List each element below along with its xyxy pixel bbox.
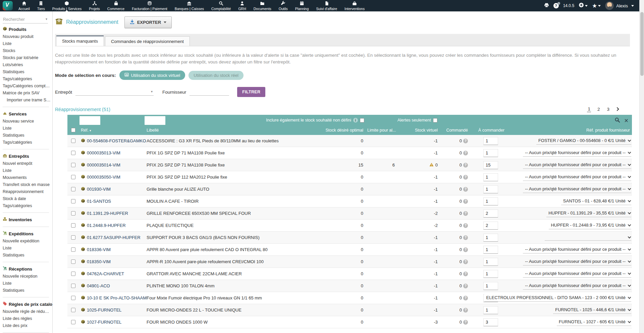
row-checkbox[interactable] — [71, 296, 75, 300]
sidebar-section-title[interactable]: Services — [3, 110, 52, 118]
supplier-ref-select[interactable]: -- Aucun prix/qté fournisseur défini pou… — [523, 149, 631, 157]
scrollbar-thumb[interactable] — [640, 12, 644, 76]
sidebar-item[interactable]: Liste — [3, 125, 52, 132]
info-icon[interactable]: i — [353, 118, 358, 123]
sidebar-item[interactable]: Matrice de prix SAV — [3, 90, 52, 97]
sidebar-item[interactable]: Statistiques — [3, 252, 52, 259]
search-icon[interactable] — [614, 117, 620, 124]
supplier-ref-select[interactable]: -- Aucun prix/qté fournisseur défini pou… — [523, 258, 631, 266]
product-ref-link[interactable]: 018350-VIM — [81, 259, 111, 265]
tab-stocks-manquants[interactable]: Stocks manquants — [56, 36, 104, 46]
product-ref-link[interactable]: 0000035014-VIM — [81, 162, 120, 168]
supplier-ref-select[interactable]: -- Aucun prix/qté fournisseur défini pou… — [523, 185, 631, 193]
sidebar-section-title[interactable]: Réceptions — [3, 265, 52, 273]
supplier-ref-select[interactable]: FURNOTEL - 1027 - 605 €/1 Unité — [557, 318, 631, 326]
supplier-ref-select[interactable]: HUPFER - 01.2448.9 - 73,95 €/1 Unité — [549, 222, 631, 229]
nav-item-3[interactable]: Projets — [85, 0, 104, 11]
to-order-input[interactable] — [483, 161, 498, 169]
sidebar-item[interactable]: Liste — [3, 167, 52, 174]
sidebar-item[interactable]: Stocks — [3, 47, 52, 54]
supplier-ref-select[interactable]: FURNOTEL - 1025 - 446,6 €/1 Unité — [553, 306, 631, 314]
nav-item-12[interactable]: Suivi d'affaire — [313, 0, 341, 11]
product-ref-link[interactable]: 10-10 E SK Pro-ALTO-SHAAM — [81, 295, 147, 301]
supplier-ref-select[interactable]: -- Aucun prix/qté fournisseur défini pou… — [523, 173, 631, 181]
help-icon[interactable]: ? — [553, 3, 559, 8]
col-to-order[interactable]: À commander — [470, 128, 507, 133]
to-order-input[interactable] — [483, 185, 498, 193]
nav-item-0[interactable]: Accueil — [15, 0, 34, 11]
nav-item-10[interactable]: Outils — [275, 0, 291, 11]
sidebar-item[interactable]: Réapprovisionnement — [3, 188, 52, 195]
to-order-input[interactable] — [483, 258, 498, 266]
sidebar-item[interactable]: Nouvelle réception — [3, 273, 52, 280]
alerts-only-checkbox[interactable] — [433, 118, 437, 123]
sidebar-item[interactable]: Liste — [3, 245, 52, 252]
sidebar-item[interactable]: Mouvements — [3, 174, 52, 181]
mode-virtual-stock-button[interactable]: Utilisation du stock virtuel — [119, 70, 185, 80]
product-ref-link[interactable]: 1025-FURNOTEL — [81, 307, 121, 313]
sidebar-item[interactable]: Nouvel entrepôt — [3, 160, 52, 167]
supplier-ref-select[interactable]: HUPFER - 01.1391.29 - 35,55 €/1 Unité — [546, 209, 631, 217]
sidebar-item[interactable]: Transfert stock en masse — [3, 181, 52, 188]
help-icon[interactable]: ? — [463, 235, 468, 240]
row-checkbox[interactable] — [71, 187, 75, 191]
help-icon[interactable]: ? — [463, 308, 468, 313]
sidebar-item[interactable]: Nouveau produit — [3, 33, 52, 40]
to-order-input[interactable] — [483, 222, 498, 230]
help-icon[interactable]: ? — [463, 139, 468, 143]
bookmarks-button[interactable]: ★ — [592, 2, 601, 9]
supplier-ref-select[interactable]: -- Aucun prix/qté fournisseur défini pou… — [523, 246, 631, 253]
sidebar-item[interactable]: Importer une trame SAV — [3, 97, 52, 104]
row-checkbox[interactable] — [71, 211, 75, 216]
row-checkbox[interactable] — [71, 308, 75, 312]
to-order-input[interactable] — [483, 137, 498, 145]
nav-item-11[interactable]: Planning — [291, 0, 313, 11]
page-3[interactable]: 3 — [606, 107, 610, 112]
row-checkbox[interactable] — [71, 284, 75, 288]
sidebar-search[interactable] — [3, 16, 48, 23]
help-icon[interactable]: ? — [463, 199, 468, 204]
supplier-ref-select[interactable]: -- Aucun prix/qté fournisseur défini pou… — [523, 282, 631, 290]
help-icon[interactable]: ? — [463, 151, 468, 155]
page-2[interactable]: 2 — [597, 107, 601, 112]
product-ref-link[interactable]: 04901-ACO — [81, 283, 110, 289]
label-filter-input[interactable] — [145, 116, 165, 125]
product-ref-link[interactable]: 0000035050-VIM — [81, 175, 120, 180]
help-icon[interactable]: ? — [463, 272, 468, 276]
to-order-input[interactable] — [483, 306, 498, 314]
sidebar-section-title[interactable]: Inventories — [3, 216, 52, 224]
help-icon[interactable]: ? — [463, 211, 468, 216]
product-ref-link[interactable]: 0000035013-VIM — [81, 150, 120, 156]
nav-item-8[interactable]: GRH — [234, 0, 250, 11]
product-ref-link[interactable]: 1027-FURNOTEL — [81, 320, 121, 325]
supplier-ref-select[interactable]: ELECTROLUX PROFESSIONNEL - DITO SAMA - 1… — [484, 294, 631, 302]
product-ref-link[interactable]: 04762A-CHARVET — [81, 271, 124, 277]
col-ref[interactable]: Réf.▾ — [79, 128, 145, 133]
help-icon[interactable]: ? — [463, 296, 468, 300]
next-page-icon[interactable] — [615, 107, 619, 111]
help-icon[interactable]: ? — [463, 223, 468, 228]
help-icon[interactable]: ? — [463, 187, 468, 192]
sidebar-section-title[interactable]: Entrepôts — [3, 152, 52, 160]
row-checkbox[interactable] — [71, 139, 75, 143]
col-ordered[interactable]: Commandé — [440, 128, 470, 133]
search-input[interactable] — [3, 16, 48, 23]
help-icon[interactable]: ? — [463, 163, 468, 168]
product-ref-link[interactable]: 01.1391.29-HUPFER — [81, 211, 128, 216]
row-checkbox[interactable] — [71, 235, 75, 240]
row-checkbox[interactable] — [71, 247, 75, 252]
supplier-ref-select[interactable] — [545, 235, 631, 241]
sidebar-item[interactable]: Liste des prix — [3, 322, 52, 329]
nav-item-1[interactable]: Tiers — [34, 0, 49, 11]
to-order-input[interactable] — [483, 318, 498, 326]
nav-item-6[interactable]: Banques | Caisses — [171, 0, 208, 11]
nav-item-13[interactable]: Interventions — [341, 0, 368, 11]
nav-item-2[interactable]: Produits | Services — [49, 0, 85, 11]
sidebar-item[interactable]: Nouvelle règle de réduction — [3, 308, 52, 315]
help-icon[interactable]: ? — [463, 247, 468, 252]
page-1[interactable]: 1 — [587, 106, 591, 112]
supplier-ref-select[interactable]: -- Aucun prix/qté fournisseur défini pou… — [523, 270, 631, 278]
sidebar-section-title[interactable]: Expéditions — [3, 230, 52, 238]
sidebar-item[interactable]: Tags/catégories — [3, 202, 52, 209]
to-order-input[interactable] — [483, 246, 498, 254]
